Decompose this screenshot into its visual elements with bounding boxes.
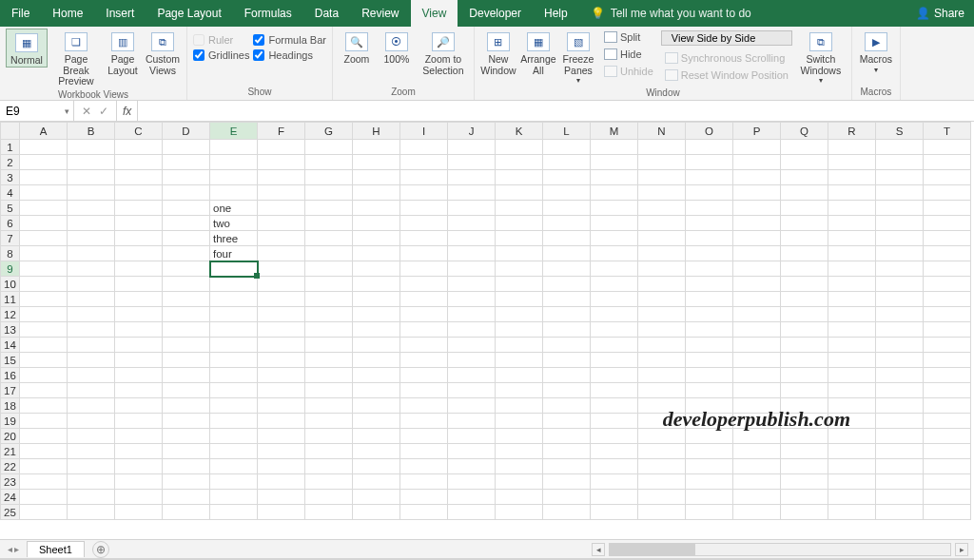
tab-data[interactable]: Data <box>303 0 350 27</box>
cell-H22[interactable] <box>353 459 400 474</box>
row-header-1[interactable]: 1 <box>1 140 20 155</box>
cell-F4[interactable] <box>258 185 305 201</box>
row-header-14[interactable]: 14 <box>1 338 20 353</box>
cell-H3[interactable] <box>353 170 400 185</box>
cell-R7[interactable] <box>828 231 876 246</box>
page-layout-button[interactable]: ▥ Page Layout <box>105 29 141 76</box>
cell-M10[interactable] <box>591 277 638 292</box>
cell-C1[interactable] <box>115 140 163 155</box>
row-header-11[interactable]: 11 <box>1 292 20 307</box>
cell-P15[interactable] <box>733 353 781 368</box>
cell-G4[interactable] <box>305 185 353 201</box>
cell-M17[interactable] <box>591 383 638 398</box>
cell-J14[interactable] <box>448 338 496 353</box>
cell-F15[interactable] <box>258 353 305 368</box>
cell-A9[interactable] <box>20 261 68 277</box>
row-header-12[interactable]: 12 <box>1 307 20 322</box>
cell-B2[interactable] <box>68 155 115 170</box>
cell-K24[interactable] <box>496 490 543 505</box>
cell-R2[interactable] <box>828 155 876 170</box>
cell-O12[interactable] <box>686 307 733 322</box>
cell-N11[interactable] <box>638 292 686 307</box>
cell-G20[interactable] <box>305 429 353 444</box>
cell-G21[interactable] <box>305 444 353 459</box>
cell-C21[interactable] <box>115 444 163 459</box>
cell-R11[interactable] <box>828 292 876 307</box>
new-sheet-button[interactable]: ⊕ <box>92 541 109 558</box>
cell-R24[interactable] <box>828 490 876 505</box>
cell-K23[interactable] <box>496 474 543 490</box>
cell-I3[interactable] <box>400 170 448 185</box>
cell-G25[interactable] <box>305 505 353 520</box>
cell-S18[interactable] <box>876 398 924 414</box>
cell-O2[interactable] <box>686 155 733 170</box>
cell-O11[interactable] <box>686 292 733 307</box>
row-header-8[interactable]: 8 <box>1 246 20 261</box>
cell-E14[interactable] <box>210 338 258 353</box>
cell-M25[interactable] <box>591 505 638 520</box>
cell-T24[interactable] <box>924 490 971 505</box>
column-header-I[interactable]: I <box>400 123 448 140</box>
cell-P5[interactable] <box>733 201 781 216</box>
cell-F7[interactable] <box>258 231 305 246</box>
cell-P10[interactable] <box>733 277 781 292</box>
cell-M19[interactable] <box>591 414 638 429</box>
cell-B25[interactable] <box>68 505 115 520</box>
cell-F3[interactable] <box>258 170 305 185</box>
cell-F2[interactable] <box>258 155 305 170</box>
cell-J20[interactable] <box>448 429 496 444</box>
cell-O1[interactable] <box>686 140 733 155</box>
sheet-tab-sheet1[interactable]: Sheet1 <box>27 541 85 557</box>
cell-G14[interactable] <box>305 338 353 353</box>
cell-E9[interactable] <box>210 261 258 277</box>
cell-P25[interactable] <box>733 505 781 520</box>
cell-K9[interactable] <box>496 261 543 277</box>
cell-D18[interactable] <box>163 398 210 414</box>
cell-L14[interactable] <box>543 338 591 353</box>
cell-N12[interactable] <box>638 307 686 322</box>
cell-G19[interactable] <box>305 414 353 429</box>
cell-I16[interactable] <box>400 368 448 383</box>
cell-M11[interactable] <box>591 292 638 307</box>
cell-N23[interactable] <box>638 474 686 490</box>
cell-K4[interactable] <box>496 185 543 201</box>
cell-A3[interactable] <box>20 170 68 185</box>
cell-F21[interactable] <box>258 444 305 459</box>
column-header-J[interactable]: J <box>448 123 496 140</box>
cell-N24[interactable] <box>638 490 686 505</box>
cell-C17[interactable] <box>115 383 163 398</box>
cell-E23[interactable] <box>210 474 258 490</box>
cell-C16[interactable] <box>115 368 163 383</box>
cell-R13[interactable] <box>828 322 876 338</box>
cell-D20[interactable] <box>163 429 210 444</box>
cell-S4[interactable] <box>876 185 924 201</box>
cell-E3[interactable] <box>210 170 258 185</box>
cell-R3[interactable] <box>828 170 876 185</box>
cell-S20[interactable] <box>876 429 924 444</box>
cell-N21[interactable] <box>638 444 686 459</box>
cell-D4[interactable] <box>163 185 210 201</box>
scroll-right-icon[interactable]: ▸ <box>955 543 968 556</box>
cell-F18[interactable] <box>258 398 305 414</box>
cell-L5[interactable] <box>543 201 591 216</box>
cell-L7[interactable] <box>543 231 591 246</box>
cell-M1[interactable] <box>591 140 638 155</box>
cell-I12[interactable] <box>400 307 448 322</box>
cell-I14[interactable] <box>400 338 448 353</box>
row-header-15[interactable]: 15 <box>1 353 20 368</box>
tab-view[interactable]: View <box>411 0 458 27</box>
cell-F10[interactable] <box>258 277 305 292</box>
cell-A12[interactable] <box>20 307 68 322</box>
cell-G5[interactable] <box>305 201 353 216</box>
cell-L10[interactable] <box>543 277 591 292</box>
ruler-checkbox[interactable]: Ruler <box>193 34 249 46</box>
cell-M13[interactable] <box>591 322 638 338</box>
cell-C23[interactable] <box>115 474 163 490</box>
cell-N7[interactable] <box>638 231 686 246</box>
formula-input[interactable] <box>138 101 974 121</box>
cell-B5[interactable] <box>68 201 115 216</box>
cell-I7[interactable] <box>400 231 448 246</box>
cell-T8[interactable] <box>924 246 971 261</box>
cell-P4[interactable] <box>733 185 781 201</box>
cell-B4[interactable] <box>68 185 115 201</box>
